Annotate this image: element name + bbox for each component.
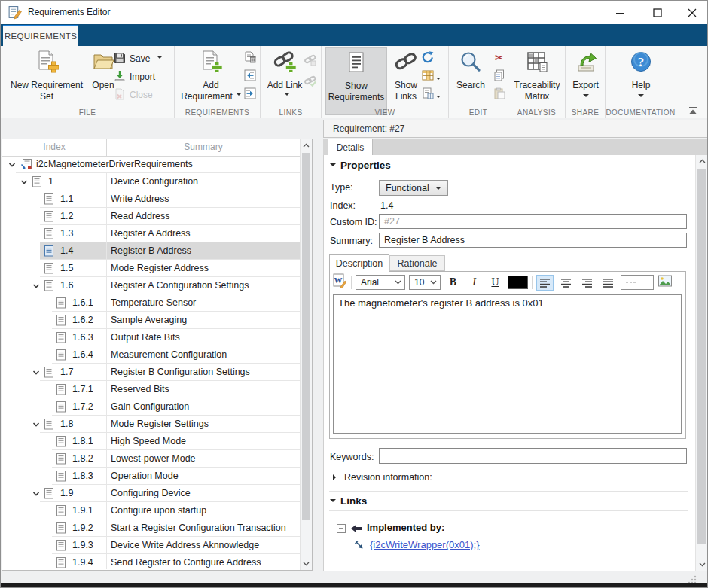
links-section-title[interactable]: Links	[340, 495, 367, 507]
tree-row[interactable]: 1.4Register B Address	[2, 242, 301, 260]
properties-section-title[interactable]: Properties	[340, 160, 391, 171]
list-style-select[interactable]	[621, 275, 654, 290]
custom-id-input[interactable]: #27	[379, 214, 687, 229]
word-editor-icon[interactable]: W	[332, 273, 347, 291]
minimize-button[interactable]	[603, 1, 637, 24]
show-requirements-button[interactable]: Show Requirements	[325, 47, 387, 115]
tree-row[interactable]: 1.3Register A Address	[2, 225, 301, 242]
tree-row[interactable]: 1.5Mode Register Address	[2, 260, 301, 277]
tree-scrollbar[interactable]	[300, 139, 312, 570]
expand-chevron-icon[interactable]	[8, 161, 16, 169]
collapse-ribbon-button[interactable]	[688, 105, 698, 118]
expand-chevron-icon[interactable]	[32, 490, 40, 498]
details-scroll-up-button[interactable]	[696, 155, 708, 167]
demote-requirement-button[interactable]	[242, 85, 258, 102]
refresh-button[interactable]	[420, 49, 436, 66]
expand-chevron-icon[interactable]	[32, 421, 40, 428]
export-dropdown-caret[interactable]	[583, 94, 589, 100]
font-size-select[interactable]: 10	[409, 275, 441, 290]
align-right-button[interactable]	[578, 275, 596, 291]
description-text-area[interactable]: The magnetometer's register B address is…	[333, 294, 682, 434]
save-dropdown-caret[interactable]	[157, 56, 162, 61]
expand-chevron-icon[interactable]	[20, 178, 28, 186]
display-options-caret[interactable]	[436, 91, 441, 105]
tab-requirements[interactable]: REQUIREMENTS	[3, 25, 78, 46]
copy-button[interactable]	[491, 67, 508, 84]
tree-row[interactable]: 1.7.1Reserved Bits	[2, 381, 301, 398]
tree-row[interactable]: 1.6.4Measurement Configuration	[2, 346, 301, 364]
tree-row[interactable]: 1.6.3Output Rate Bits	[2, 329, 301, 346]
columns-dropdown-caret[interactable]	[436, 73, 441, 87]
tree-row[interactable]: 1.9.4Send Register to Configure Address	[2, 554, 301, 569]
tree-row[interactable]: 1.2Read Address	[2, 208, 301, 225]
type-dropdown[interactable]: Functional	[379, 180, 448, 196]
tree-row[interactable]: 1.8.2Lowest-power Mode	[2, 450, 301, 468]
export-button[interactable]: Export	[568, 47, 603, 115]
tree-row[interactable]: 1.9.3Device Write Address Aknnowledge	[2, 537, 301, 554]
tree-row[interactable]: 1.8.1High Speed Mode	[2, 433, 301, 450]
columns-button[interactable]	[420, 67, 436, 84]
show-links-button[interactable]: Show Links	[389, 47, 423, 115]
underline-button[interactable]: U	[487, 275, 504, 291]
column-header-index[interactable]: Index	[2, 142, 106, 152]
help-dropdown-caret[interactable]	[638, 94, 644, 100]
tree-row[interactable]: 1.7.2Gain Configuration	[2, 398, 301, 416]
traceability-matrix-button[interactable]: Traceability Matrix	[511, 47, 563, 115]
links-collapse-caret[interactable]	[330, 499, 336, 502]
add-requirement-button[interactable]: Add Requirement	[179, 47, 243, 115]
column-header-summary[interactable]: Summary	[106, 142, 301, 152]
tree-row[interactable]: 1.9Configuring Device	[2, 485, 301, 502]
tree-row[interactable]: 1Device Configuration	[2, 173, 301, 190]
maximize-button[interactable]	[640, 1, 674, 24]
italic-button[interactable]: I	[465, 275, 483, 291]
tab-rationale[interactable]: Rationale	[389, 255, 445, 271]
tree-row[interactable]: 1.1Write Address	[2, 190, 301, 208]
expand-chevron-icon[interactable]	[32, 282, 40, 290]
bold-button[interactable]: B	[444, 275, 462, 291]
add-requirement-caret[interactable]	[237, 93, 241, 98]
display-options-button[interactable]	[420, 85, 436, 102]
revision-expand-caret[interactable]	[333, 474, 336, 480]
add-link-caret[interactable]	[285, 93, 289, 98]
keywords-input[interactable]	[379, 448, 687, 464]
details-scrollbar-thumb[interactable]	[697, 169, 706, 544]
delete-requirement-button[interactable]	[242, 49, 258, 66]
tree-row[interactable]: 1.6.1Temperature Sensor	[2, 294, 301, 312]
font-family-select[interactable]: Arial	[356, 275, 405, 290]
search-button[interactable]: Search	[452, 47, 490, 115]
tree-row[interactable]: 1.6.2Sample Averaging	[2, 312, 301, 329]
insert-image-button[interactable]	[658, 273, 673, 291]
tab-description[interactable]: Description	[329, 254, 389, 272]
tree-row[interactable]: 1.9.2Start a Register Configuration Tran…	[2, 519, 301, 537]
tree-scroll-down-button[interactable]	[301, 558, 312, 570]
column-divider[interactable]	[106, 139, 107, 156]
revision-information-label[interactable]: Revision information:	[344, 472, 432, 483]
tree-row[interactable]: 1.9.1Configure upon startup	[2, 502, 301, 519]
import-button[interactable]: Import	[114, 69, 155, 85]
tab-details[interactable]: Details	[328, 139, 373, 155]
details-scroll-down-button[interactable]	[696, 559, 708, 571]
add-link-button[interactable]: Add Link	[264, 47, 305, 115]
tree-row[interactable]: 1.8.3Operation Mode	[2, 468, 301, 485]
promote-requirement-button[interactable]	[242, 67, 258, 84]
align-center-button[interactable]	[557, 275, 575, 291]
font-color-swatch[interactable]	[508, 276, 528, 289]
align-justify-button[interactable]	[600, 275, 617, 291]
help-button[interactable]: ? Help	[621, 47, 661, 115]
new-requirement-set-button[interactable]: New Requirement Set	[8, 47, 85, 115]
tree-row[interactable]: 1.8Mode Register Settings	[2, 416, 301, 433]
implemented-by-link[interactable]: {i2cWriteWrapper(0x01);}	[370, 539, 479, 550]
links-group-expander[interactable]	[337, 522, 346, 536]
details-scrollbar[interactable]	[695, 155, 708, 571]
cut-button[interactable]: ✂	[491, 49, 508, 66]
tree-row[interactable]: 1.6Register A Configuration Settings	[2, 277, 301, 294]
tree-scroll-up-button[interactable]	[301, 139, 312, 151]
properties-collapse-caret[interactable]	[330, 163, 336, 166]
align-left-button[interactable]	[536, 275, 554, 291]
summary-input[interactable]: Register B Address	[379, 233, 687, 248]
expand-chevron-icon[interactable]	[32, 369, 40, 376]
close-button[interactable]	[675, 1, 708, 24]
save-button[interactable]: Save	[114, 50, 162, 67]
tree-row-root[interactable]: i2cMagnetometerDriverRequirements	[2, 156, 301, 173]
tree-row[interactable]: 1.7Register B Configuration Settings	[2, 364, 301, 381]
